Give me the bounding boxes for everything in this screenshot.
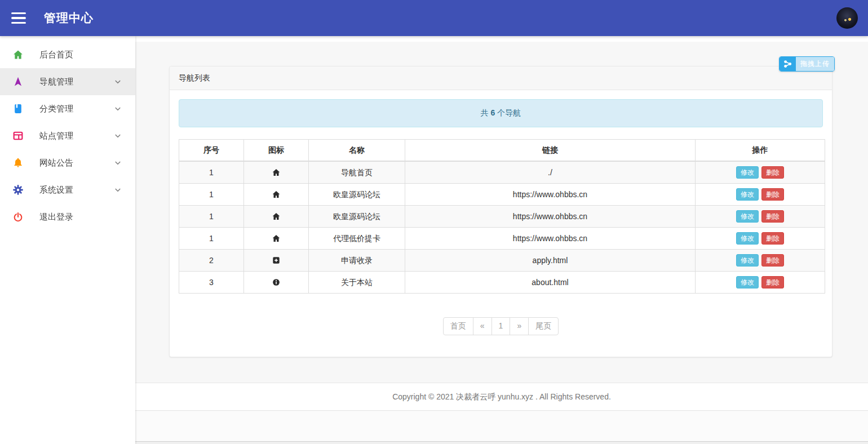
delete-button[interactable]: 删除 [761, 254, 784, 267]
pagination: 首页«1»尾页 [179, 317, 823, 335]
sidebar-item-label: 导航管理 [39, 77, 113, 87]
cell-link: apply.html [405, 250, 696, 272]
chevron-down-icon [113, 77, 123, 87]
cell-actions: 修改删除 [696, 206, 825, 228]
chevron-down-icon [113, 158, 123, 168]
sidebar-item-home[interactable]: 后台首页 [0, 41, 135, 68]
edit-button[interactable]: 修改 [736, 254, 759, 267]
cell-icon [244, 184, 309, 206]
footer-spacer [135, 411, 868, 441]
overlay-share-button[interactable]: 拖拽上传 [779, 56, 835, 72]
table-row: 1欧皇源码论坛https://www.ohbbs.cn修改删除 [179, 184, 825, 206]
cell-actions: 修改删除 [696, 184, 825, 206]
cell-name: 欧皇源码论坛 [309, 184, 405, 206]
table-row: 1代理低价提卡https://www.ohbbs.cn修改删除 [179, 228, 825, 250]
cell-name: 代理低价提卡 [309, 228, 405, 250]
panel-title: 导航列表 [170, 66, 832, 90]
share-alt-icon [780, 57, 796, 71]
copyright-text: Copyright © 2021 决裁者云呼 yunhu.xyz . All R… [392, 392, 611, 401]
prev-page[interactable]: « [473, 317, 492, 335]
chevron-down-icon [113, 185, 123, 195]
footer: Copyright © 2021 决裁者云呼 yunhu.xyz . All R… [135, 383, 868, 411]
cell-icon [244, 272, 309, 294]
home-icon [11, 49, 25, 60]
bell-icon [11, 157, 25, 168]
location-arrow-icon [11, 76, 25, 87]
cell-name: 导航首页 [309, 161, 405, 184]
user-avatar[interactable] [836, 7, 858, 29]
page-1[interactable]: 1 [491, 317, 511, 335]
cell-link: ./ [405, 161, 696, 184]
chevron-down-icon [113, 131, 123, 141]
panel-body: 共 6 个导航 序号图标名称链接操作 1导航首页./修改删除1欧皇源码论坛htt… [170, 90, 832, 357]
cell-no: 1 [179, 228, 244, 250]
edit-button[interactable]: 修改 [736, 188, 759, 201]
app-title: 管理中心 [44, 10, 94, 26]
overlay-button-label: 拖拽上传 [796, 57, 834, 71]
bottom-divider [135, 441, 868, 444]
table-row: 1欧皇源码论坛https://www.ohbbs.cn修改删除 [179, 206, 825, 228]
alert-suffix: 个导航 [495, 108, 521, 117]
column-header: 操作 [696, 140, 825, 162]
cell-name: 欧皇源码论坛 [309, 206, 405, 228]
sidebar-item-label: 系统设置 [39, 185, 113, 196]
cell-no: 1 [179, 184, 244, 206]
top-navbar: 管理中心 [0, 0, 868, 36]
sidebar-item-location-arrow[interactable]: 导航管理 [0, 68, 135, 95]
sidebar-item-label: 后台首页 [39, 50, 123, 60]
column-header: 序号 [179, 140, 244, 162]
menu-icon[interactable] [11, 12, 26, 24]
delete-button[interactable]: 删除 [761, 210, 784, 223]
column-header: 图标 [244, 140, 309, 162]
info-circle-icon [272, 278, 281, 287]
table-row: 3关于本站about.html修改删除 [179, 272, 825, 294]
sidebar-item-gear[interactable]: 系统设置 [0, 176, 135, 203]
main-content: 导航列表 共 6 个导航 序号图标名称链接操作 1导航首页./修改删除1欧皇源码… [135, 36, 868, 444]
sidebar-item-label: 网站公告 [39, 158, 113, 168]
cell-name: 申请收录 [309, 250, 405, 272]
next-page[interactable]: » [510, 317, 529, 335]
sidebar-item-book[interactable]: 分类管理 [0, 95, 135, 122]
edit-button[interactable]: 修改 [736, 166, 759, 179]
cell-icon [244, 206, 309, 228]
book-icon [11, 103, 25, 114]
plus-square-icon [272, 256, 281, 265]
column-header: 链接 [405, 140, 696, 162]
home-icon [272, 234, 281, 243]
sidebar-item-bell[interactable]: 网站公告 [0, 149, 135, 176]
edit-button[interactable]: 修改 [736, 232, 759, 245]
window-icon [11, 130, 25, 141]
last-page[interactable]: 尾页 [528, 317, 559, 335]
chevron-down-icon [113, 104, 123, 114]
gear-icon [11, 184, 25, 196]
edit-button[interactable]: 修改 [736, 210, 759, 223]
column-header: 名称 [309, 140, 405, 162]
nav-list-panel: 导航列表 共 6 个导航 序号图标名称链接操作 1导航首页./修改删除1欧皇源码… [169, 66, 832, 357]
delete-button[interactable]: 删除 [761, 166, 784, 179]
cell-link: https://www.ohbbs.cn [405, 206, 696, 228]
cell-actions: 修改删除 [696, 161, 825, 184]
first-page[interactable]: 首页 [443, 317, 473, 335]
sidebar: 后台首页导航管理分类管理站点管理网站公告系统设置退出登录 [0, 36, 135, 444]
cell-icon [244, 161, 309, 184]
nav-count-alert: 共 6 个导航 [179, 99, 823, 127]
cell-no: 1 [179, 206, 244, 228]
cell-actions: 修改删除 [696, 272, 825, 294]
sidebar-item-power[interactable]: 退出登录 [0, 203, 135, 230]
content-top-strip [135, 36, 868, 42]
cell-name: 关于本站 [309, 272, 405, 294]
cell-no: 1 [179, 161, 244, 184]
sidebar-item-label: 站点管理 [39, 131, 113, 141]
power-icon [11, 211, 25, 223]
delete-button[interactable]: 删除 [761, 276, 784, 288]
edit-button[interactable]: 修改 [736, 276, 759, 288]
sidebar-item-window[interactable]: 站点管理 [0, 122, 135, 149]
cell-icon [244, 250, 309, 272]
delete-button[interactable]: 删除 [761, 232, 784, 245]
nav-table: 序号图标名称链接操作 1导航首页./修改删除1欧皇源码论坛https://www… [179, 139, 825, 294]
home-icon [272, 190, 281, 199]
delete-button[interactable]: 删除 [761, 188, 784, 201]
cell-actions: 修改删除 [696, 228, 825, 250]
cell-icon [244, 228, 309, 250]
sidebar-item-label: 分类管理 [39, 104, 113, 114]
